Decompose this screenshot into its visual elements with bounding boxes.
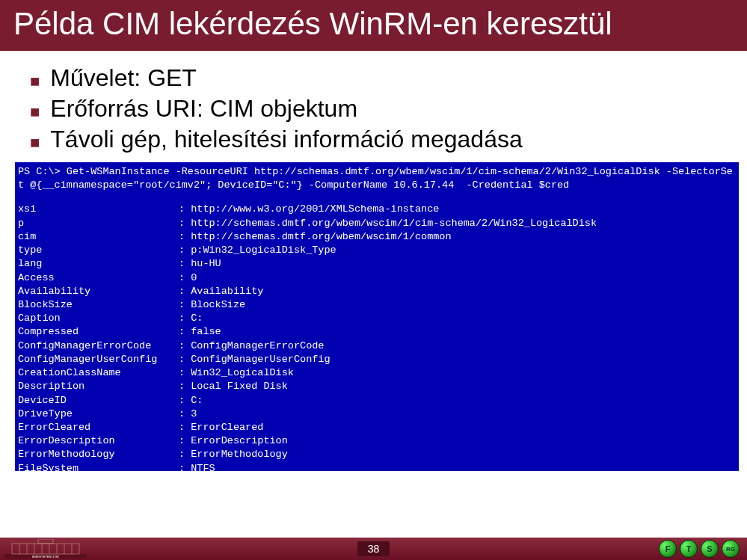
- slide-title: Példa CIM lekérdezés WinRM-en keresztül: [0, 0, 747, 51]
- university-logo: MŰEGYETEM 1782: [4, 539, 87, 559]
- terminal-row: BlockSize: BlockSize: [18, 298, 736, 312]
- terminal-row: Availability: Availability: [18, 285, 736, 298]
- terminal-key: cim: [18, 230, 179, 244]
- terminal-key: DriveType: [18, 407, 179, 421]
- terminal-value: : hu-HU: [179, 257, 221, 271]
- terminal-row: xsi: http://www.w3.org/2001/XMLSchema-in…: [18, 203, 736, 216]
- terminal-key: DeviceID: [18, 394, 179, 407]
- svg-rect-10: [38, 539, 53, 544]
- page-number: 38: [357, 541, 390, 556]
- terminal-key: Availability: [18, 285, 179, 298]
- svg-rect-1: [12, 544, 79, 554]
- terminal-key: ErrorMethodology: [18, 448, 179, 461]
- terminal-rows: xsi: http://www.w3.org/2001/XMLSchema-in…: [18, 203, 736, 471]
- terminal-key: ConfigManagerUserConfig: [18, 353, 179, 366]
- terminal-command: PS C:\> Get-WSManInstance -ResourceURI h…: [18, 165, 736, 192]
- terminal-row: CreationClassName: Win32_LogicalDisk: [18, 366, 736, 380]
- terminal-key: Caption: [18, 312, 179, 325]
- bullet-item: ■ Erőforrás URI: CIM objektum: [30, 95, 731, 123]
- terminal-row: p: http://schemas.dmtf.org/wbem/wscim/1/…: [18, 217, 736, 230]
- terminal-row: FileSystem: NTFS: [18, 462, 736, 471]
- bullet-text: Művelet: GET: [50, 64, 197, 92]
- terminal-key: BlockSize: [18, 298, 179, 312]
- terminal-row: ErrorDescription: ErrorDescription: [18, 434, 736, 448]
- bullet-item: ■ Művelet: GET: [30, 64, 731, 92]
- terminal-row: cim: http://schemas.dmtf.org/wbem/wscim/…: [18, 230, 736, 244]
- bullet-item: ■ Távoli gép, hitelesítési információ me…: [30, 126, 731, 153]
- footer-logo-rg: RG: [722, 540, 740, 558]
- footer-logo-t: T: [680, 540, 698, 558]
- footer-logo-s: S: [701, 540, 719, 558]
- terminal-row: ErrorCleared: ErrorCleared: [18, 421, 736, 434]
- terminal-row: Description: Local Fixed Disk: [18, 380, 736, 393]
- terminal-value: : http://www.w3.org/2001/XMLSchema-insta…: [179, 203, 439, 216]
- terminal-value: : C:: [179, 394, 203, 407]
- terminal-key: Description: [18, 380, 179, 393]
- terminal-row: lang: hu-HU: [18, 257, 736, 271]
- slide-footer: MŰEGYETEM 1782 38 F T S RG: [0, 538, 747, 560]
- terminal-row: DeviceID: C:: [18, 394, 736, 407]
- terminal-row: DriveType: 3: [18, 407, 736, 421]
- terminal-value: : ErrorDescription: [179, 434, 288, 448]
- terminal-row: Compressed: false: [18, 325, 736, 339]
- terminal-row: ErrorMethodology: ErrorMethodology: [18, 448, 736, 461]
- terminal-value: : p:Win32_LogicalDisk_Type: [179, 244, 336, 257]
- terminal-key: ConfigManagerErrorCode: [18, 339, 179, 353]
- terminal-value: : ConfigManagerUserConfig: [179, 353, 331, 366]
- terminal-row: Access: 0: [18, 271, 736, 285]
- terminal-output: PS C:\> Get-WSManInstance -ResourceURI h…: [15, 162, 739, 471]
- terminal-key: CreationClassName: [18, 366, 179, 380]
- terminal-value: : false: [179, 325, 221, 339]
- terminal-row: ConfigManagerErrorCode: ConfigManagerErr…: [18, 339, 736, 353]
- bullet-text: Távoli gép, hitelesítési információ mega…: [50, 126, 522, 153]
- slide-body: ■ Művelet: GET ■ Erőforrás URI: CIM obje…: [0, 51, 747, 560]
- bullet-text: Erőforrás URI: CIM objektum: [50, 95, 357, 123]
- footer-logos: F T S RG: [659, 540, 740, 558]
- building-icon: MŰEGYETEM 1782: [4, 539, 87, 559]
- terminal-row: Caption: C:: [18, 312, 736, 325]
- terminal-value: : 0: [179, 271, 197, 285]
- terminal-key: xsi: [18, 203, 179, 216]
- terminal-value: : ErrorMethodology: [179, 448, 288, 461]
- terminal-value: : C:: [179, 312, 203, 325]
- bullet-marker-icon: ■: [30, 133, 40, 153]
- terminal-value: : NTFS: [179, 462, 215, 471]
- footer-logo-f: F: [659, 540, 677, 558]
- terminal-key: lang: [18, 257, 179, 271]
- svg-text:MŰEGYETEM 1782: MŰEGYETEM 1782: [32, 555, 60, 559]
- terminal-value: : Availability: [179, 285, 263, 298]
- terminal-value: : http://schemas.dmtf.org/wbem/wscim/1/c…: [179, 217, 597, 230]
- terminal-key: ErrorDescription: [18, 434, 179, 448]
- terminal-value: : ErrorCleared: [179, 421, 263, 434]
- bullet-marker-icon: ■: [30, 102, 40, 122]
- slide: Példa CIM lekérdezés WinRM-en keresztül …: [0, 0, 747, 560]
- terminal-row: ConfigManagerUserConfig: ConfigManagerUs…: [18, 353, 736, 366]
- terminal-value: : http://schemas.dmtf.org/wbem/wscim/1/c…: [179, 230, 452, 244]
- terminal-key: Access: [18, 271, 179, 285]
- terminal-value: : Local Fixed Disk: [179, 380, 288, 393]
- terminal-key: FileSystem: [18, 462, 179, 471]
- terminal-value: : BlockSize: [179, 298, 245, 312]
- terminal-key: ErrorCleared: [18, 421, 179, 434]
- terminal-value: : Win32_LogicalDisk: [179, 366, 294, 380]
- bullet-marker-icon: ■: [30, 72, 40, 91]
- terminal-value: : 3: [179, 407, 197, 421]
- terminal-key: type: [18, 244, 179, 257]
- terminal-value: : ConfigManagerErrorCode: [179, 339, 324, 353]
- terminal-key: p: [18, 217, 179, 230]
- terminal-key: Compressed: [18, 325, 179, 339]
- terminal-row: type: p:Win32_LogicalDisk_Type: [18, 244, 736, 257]
